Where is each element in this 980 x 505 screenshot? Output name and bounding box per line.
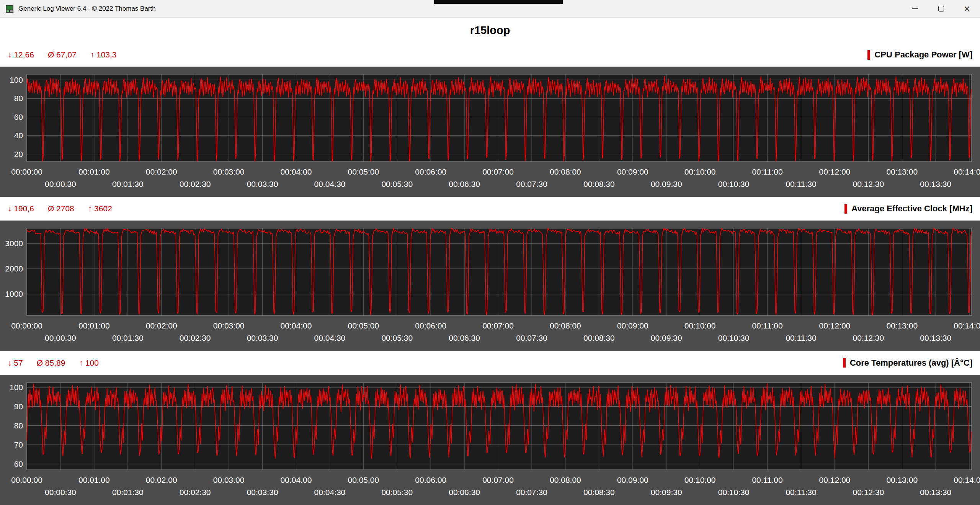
chart-canvas-effective-clock[interactable]: 10002000300000:00:0000:01:0000:02:0000:0…: [0, 221, 980, 351]
stat-avg: Ø 67,07: [48, 50, 77, 59]
svg-text:00:13:00: 00:13:00: [886, 167, 918, 176]
svg-text:00:13:30: 00:13:30: [920, 180, 951, 188]
svg-text:00:03:30: 00:03:30: [247, 180, 278, 188]
chart-canvas-cpu-power[interactable]: 2040608010000:00:0000:01:0000:02:0000:03…: [0, 67, 980, 197]
svg-text:20: 20: [14, 150, 23, 159]
svg-text:00:01:00: 00:01:00: [78, 476, 110, 484]
svg-text:00:06:00: 00:06:00: [415, 167, 446, 176]
svg-text:00:06:30: 00:06:30: [449, 333, 480, 342]
stat-max: ↑ 100: [79, 358, 98, 368]
svg-text:80: 80: [14, 421, 23, 430]
svg-text:00:04:00: 00:04:00: [281, 321, 312, 330]
svg-text:00:12:00: 00:12:00: [819, 321, 851, 330]
svg-text:00:08:30: 00:08:30: [583, 333, 615, 342]
close-icon: ×: [964, 3, 970, 14]
svg-text:00:08:00: 00:08:00: [550, 167, 581, 176]
titlebar[interactable]: Generic Log Viewer 6.4 - © 2022 Thomas B…: [0, 0, 980, 18]
svg-text:00:11:00: 00:11:00: [752, 476, 782, 484]
chart-section-effective-clock: ↓ 190,6 Ø 2708 ↑ 3602 Average Effective …: [0, 197, 980, 351]
svg-text:100: 100: [10, 382, 23, 391]
svg-text:00:02:30: 00:02:30: [180, 180, 211, 188]
maximize-icon: [938, 6, 944, 11]
maximize-button[interactable]: [928, 0, 954, 17]
svg-text:00:05:00: 00:05:00: [348, 167, 379, 176]
minimize-icon: [912, 8, 918, 9]
svg-text:00:08:30: 00:08:30: [583, 180, 615, 188]
svg-text:00:04:00: 00:04:00: [281, 476, 312, 484]
stats-group: ↓ 190,6 Ø 2708 ↑ 3602: [8, 204, 112, 213]
svg-text:00:02:00: 00:02:00: [146, 167, 177, 176]
svg-text:00:14:00: 00:14:00: [954, 321, 980, 330]
svg-text:00:07:00: 00:07:00: [482, 321, 514, 330]
svg-text:00:12:00: 00:12:00: [819, 476, 851, 484]
svg-text:00:12:30: 00:12:30: [853, 180, 884, 188]
svg-text:00:07:30: 00:07:30: [516, 180, 547, 188]
svg-text:00:00:30: 00:00:30: [45, 488, 76, 497]
svg-text:90: 90: [14, 402, 23, 410]
svg-text:00:10:00: 00:10:00: [684, 321, 716, 330]
svg-text:00:12:30: 00:12:30: [853, 333, 884, 342]
series-color-icon: [844, 204, 847, 214]
window-controls: ×: [902, 0, 980, 17]
svg-text:00:13:30: 00:13:30: [920, 333, 951, 342]
page-title: r15loop: [470, 24, 510, 37]
svg-text:00:01:30: 00:01:30: [112, 488, 144, 497]
svg-text:00:03:00: 00:03:00: [213, 476, 245, 484]
svg-text:00:08:30: 00:08:30: [583, 488, 615, 497]
chart-svg: 6070809010000:00:0000:01:0000:02:0000:03…: [0, 375, 980, 505]
svg-text:00:14:00: 00:14:00: [954, 167, 980, 176]
svg-text:00:11:30: 00:11:30: [786, 333, 816, 342]
app-icon: [5, 5, 14, 13]
minimize-button[interactable]: [902, 0, 928, 17]
svg-text:00:04:30: 00:04:30: [314, 333, 346, 342]
stat-max: ↑ 3602: [88, 204, 112, 213]
svg-text:60: 60: [14, 459, 23, 468]
svg-text:00:01:00: 00:01:00: [78, 167, 110, 176]
svg-text:2000: 2000: [5, 264, 23, 273]
chart-canvas-core-temps[interactable]: 6070809010000:00:0000:01:0000:02:0000:03…: [0, 375, 980, 505]
svg-text:00:09:30: 00:09:30: [651, 488, 682, 497]
stats-row: ↓ 57 Ø 85,89 ↑ 100 Core Temperatures (av…: [0, 351, 980, 375]
svg-text:1000: 1000: [5, 289, 23, 298]
svg-text:80: 80: [14, 94, 23, 103]
stats-group: ↓ 57 Ø 85,89 ↑ 100: [8, 358, 99, 368]
stat-min: ↓ 12,66: [8, 50, 34, 59]
svg-text:00:07:00: 00:07:00: [482, 167, 514, 176]
chart-section-cpu-power: ↓ 12,66 Ø 67,07 ↑ 103,3 CPU Package Powe…: [0, 43, 980, 197]
svg-text:00:03:30: 00:03:30: [247, 333, 278, 342]
svg-text:00:03:00: 00:03:00: [213, 321, 245, 330]
svg-text:00:13:00: 00:13:00: [886, 321, 918, 330]
svg-text:00:06:00: 00:06:00: [415, 476, 446, 484]
svg-text:00:10:30: 00:10:30: [718, 488, 750, 497]
chart-section-core-temps: ↓ 57 Ø 85,89 ↑ 100 Core Temperatures (av…: [0, 351, 980, 505]
stat-max: ↑ 103,3: [90, 50, 117, 59]
svg-text:00:05:30: 00:05:30: [381, 180, 413, 188]
close-button[interactable]: ×: [954, 0, 980, 17]
series-legend: Core Temperatures (avg) [Â°C]: [843, 358, 972, 368]
stats-row: ↓ 190,6 Ø 2708 ↑ 3602 Average Effective …: [0, 197, 980, 221]
svg-text:00:05:00: 00:05:00: [348, 476, 379, 484]
svg-text:00:08:00: 00:08:00: [550, 476, 581, 484]
background-window-sliver: [434, 0, 563, 4]
svg-text:00:12:00: 00:12:00: [819, 167, 851, 176]
svg-text:00:01:30: 00:01:30: [112, 333, 144, 342]
svg-text:00:06:30: 00:06:30: [449, 180, 480, 188]
series-color-icon: [843, 358, 846, 368]
svg-text:00:00:00: 00:00:00: [11, 321, 42, 330]
svg-text:00:09:00: 00:09:00: [617, 321, 648, 330]
series-color-icon: [867, 50, 870, 60]
svg-text:00:00:00: 00:00:00: [11, 167, 42, 176]
stats-row: ↓ 12,66 Ø 67,07 ↑ 103,3 CPU Package Powe…: [0, 43, 980, 67]
svg-text:00:01:00: 00:01:00: [78, 321, 110, 330]
svg-text:00:03:00: 00:03:00: [213, 167, 245, 176]
svg-text:00:11:30: 00:11:30: [786, 488, 816, 497]
series-title: CPU Package Power [W]: [874, 50, 972, 60]
svg-text:40: 40: [14, 131, 23, 140]
svg-text:00:14:00: 00:14:00: [954, 476, 980, 484]
chart-svg: 2040608010000:00:0000:01:0000:02:0000:03…: [0, 67, 980, 197]
svg-text:00:02:00: 00:02:00: [146, 476, 177, 484]
svg-text:60: 60: [14, 113, 23, 121]
svg-text:00:03:30: 00:03:30: [247, 488, 278, 497]
stat-avg: Ø 2708: [48, 204, 74, 213]
series-legend: CPU Package Power [W]: [867, 50, 972, 60]
